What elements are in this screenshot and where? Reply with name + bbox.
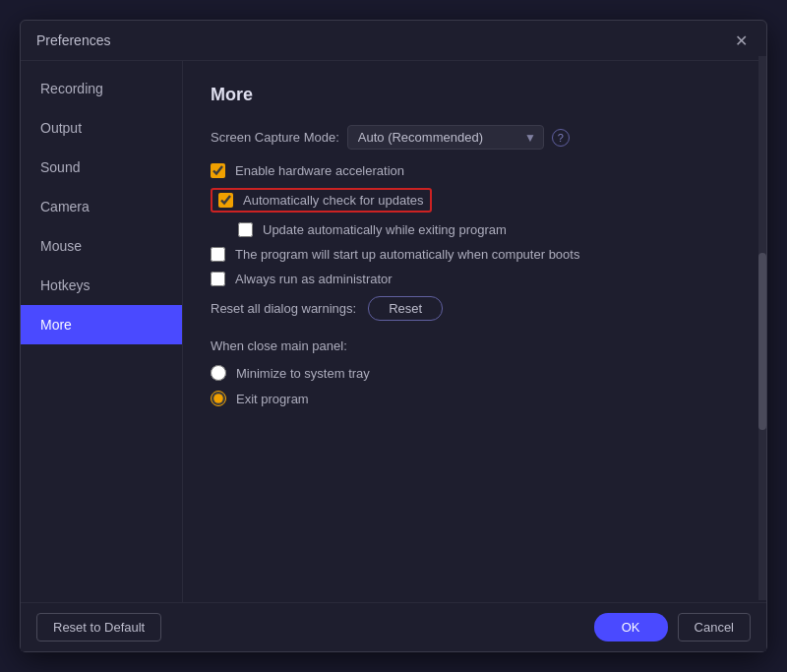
preferences-dialog: Preferences ✕ Recording Output Sound Cam… bbox=[20, 20, 767, 652]
ok-button[interactable]: OK bbox=[594, 613, 668, 641]
footer-left: Reset to Default bbox=[36, 613, 161, 641]
help-icon[interactable]: ? bbox=[552, 129, 570, 147]
sidebar-item-recording[interactable]: Recording bbox=[21, 69, 182, 108]
dialog-footer: Reset to Default OK Cancel bbox=[21, 602, 766, 651]
footer-right: OK Cancel bbox=[594, 613, 751, 641]
close-button[interactable]: ✕ bbox=[731, 31, 751, 50]
section-title: More bbox=[211, 85, 739, 105]
reset-to-default-button[interactable]: Reset to Default bbox=[36, 613, 161, 641]
run-as-admin-label: Always run as administrator bbox=[235, 272, 393, 286]
when-close-title: When close main panel: bbox=[211, 338, 739, 353]
start-on-boot-checkbox[interactable] bbox=[211, 247, 225, 262]
reset-all-label: Reset all dialog warnings: bbox=[211, 301, 356, 316]
screen-capture-select-wrapper: Auto (Recommended) ▼ bbox=[347, 125, 544, 150]
screen-capture-label: Screen Capture Mode: bbox=[211, 130, 339, 145]
exit-label: Exit program bbox=[236, 392, 309, 406]
sidebar: Recording Output Sound Camera Mouse Hotk… bbox=[21, 61, 183, 602]
update-on-exit-label: Update automatically while exiting progr… bbox=[263, 222, 507, 237]
auto-update-row: Automatically check for updates bbox=[211, 188, 739, 213]
title-bar: Preferences ✕ bbox=[21, 21, 766, 61]
when-close-section: When close main panel: Minimize to syste… bbox=[211, 338, 739, 406]
reset-button[interactable]: Reset bbox=[368, 296, 443, 321]
sidebar-item-mouse[interactable]: Mouse bbox=[21, 226, 182, 266]
run-as-admin-checkbox[interactable] bbox=[211, 272, 225, 286]
minimize-label: Minimize to system tray bbox=[236, 366, 370, 381]
hardware-accel-row: Enable hardware acceleration bbox=[211, 163, 739, 178]
sidebar-item-hotkeys[interactable]: Hotkeys bbox=[21, 266, 182, 305]
run-as-admin-row: Always run as administrator bbox=[211, 272, 739, 286]
start-on-boot-label: The program will start up automatically … bbox=[235, 247, 579, 262]
reset-all-row: Reset all dialog warnings: Reset bbox=[211, 296, 739, 321]
scrollbar-thumb[interactable] bbox=[758, 253, 766, 430]
sidebar-item-more[interactable]: More bbox=[21, 305, 182, 344]
update-on-exit-row: Update automatically while exiting progr… bbox=[211, 222, 739, 237]
exit-radio[interactable] bbox=[211, 391, 226, 406]
update-on-exit-checkbox[interactable] bbox=[238, 222, 253, 237]
auto-update-highlighted: Automatically check for updates bbox=[211, 188, 432, 213]
hardware-accel-label: Enable hardware acceleration bbox=[235, 163, 404, 178]
screen-capture-row: Screen Capture Mode: Auto (Recommended) … bbox=[211, 125, 739, 150]
cancel-button[interactable]: Cancel bbox=[678, 613, 751, 641]
main-content: More Screen Capture Mode: Auto (Recommen… bbox=[183, 61, 766, 602]
screen-capture-select[interactable]: Auto (Recommended) bbox=[347, 125, 544, 150]
sidebar-item-camera[interactable]: Camera bbox=[21, 187, 182, 226]
scrollbar-track bbox=[758, 61, 766, 600]
minimize-radio[interactable] bbox=[211, 365, 226, 381]
start-on-boot-row: The program will start up automatically … bbox=[211, 247, 739, 262]
auto-update-label: Automatically check for updates bbox=[243, 193, 424, 208]
sidebar-item-output[interactable]: Output bbox=[21, 108, 182, 148]
dialog-title: Preferences bbox=[36, 32, 110, 48]
sidebar-item-sound[interactable]: Sound bbox=[21, 148, 182, 187]
exit-radio-row: Exit program bbox=[211, 391, 739, 406]
auto-update-checkbox[interactable] bbox=[218, 193, 233, 208]
hardware-accel-checkbox[interactable] bbox=[211, 163, 225, 178]
minimize-radio-row: Minimize to system tray bbox=[211, 365, 739, 381]
dialog-body: Recording Output Sound Camera Mouse Hotk… bbox=[21, 61, 766, 602]
